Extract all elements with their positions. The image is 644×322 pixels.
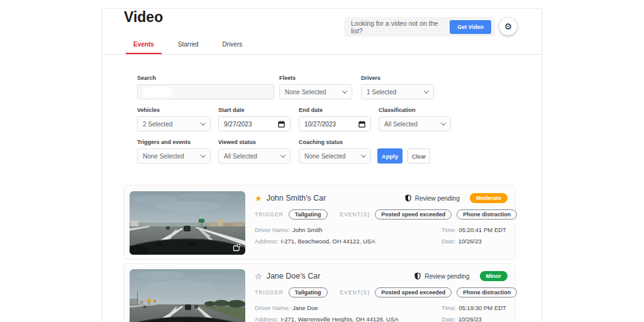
viewed-status-select[interactable]: All Selected: [218, 148, 291, 164]
triggers-events-label: Triggers and events: [137, 139, 211, 145]
event-card-john-smith[interactable]: ★ John Smith's Car Review pending Modera…: [123, 185, 516, 260]
address-label: Address:: [255, 238, 279, 245]
trigger-label: TRIGGER: [255, 289, 284, 296]
triggers-events-value: None Selected: [143, 153, 201, 160]
trigger-pill: Tailgating: [289, 287, 328, 297]
star-icon[interactable]: ☆: [255, 272, 262, 280]
redacted-search-value: [143, 87, 173, 97]
review-status: Review pending: [415, 195, 460, 202]
filter-row-3: Triggers and events None Selected Viewed…: [137, 139, 541, 164]
details-right: Time:05:19:30 PM EDT Date:10/26/23: [441, 304, 508, 322]
drivers-label: Drivers: [361, 75, 434, 81]
vehicles-label: Vehicles: [137, 107, 211, 113]
date-label: Date:: [441, 316, 456, 322]
chevron-down-icon: [441, 120, 446, 125]
driver-name-label: Driver Name:: [255, 226, 290, 233]
filter-viewed-status: Viewed status All Selected: [218, 139, 291, 164]
drivers-value: 1 Selected: [367, 89, 425, 96]
tags-row: TRIGGER Tailgating EVENT(S) Posted speed…: [255, 287, 508, 297]
fleets-label: Fleets: [279, 75, 352, 81]
end-date-label: End date: [299, 107, 371, 113]
filters-panel: Search Fleets None Selected Drivers 1 Se…: [103, 55, 541, 164]
start-date-label: Start date: [218, 107, 291, 113]
banner-text: Looking for a video not on the list?: [351, 19, 450, 35]
driver-name-value: Jane Doe: [292, 304, 318, 311]
fleets-select[interactable]: None Selected: [279, 84, 352, 99]
review-status: Review pending: [425, 273, 469, 280]
details-left: Driver Name:John Smith Address:I-271, Be…: [255, 226, 441, 249]
event-pill: Phone distraction: [457, 287, 517, 297]
event-pill: Posted speed exceeded: [375, 287, 452, 297]
classification-select[interactable]: All Selected: [379, 116, 451, 131]
star-icon[interactable]: ★: [255, 194, 262, 203]
event-pill: Phone distraction: [457, 209, 517, 219]
triggers-events-select[interactable]: None Selected: [137, 148, 211, 164]
chevron-down-icon: [280, 152, 286, 157]
date-value: 10/26/23: [458, 316, 482, 322]
filter-end-date: End date 10/27/2023: [299, 107, 371, 131]
get-video-banner: Looking for a video not on the list? Get…: [344, 17, 495, 36]
details-right: Time:05:20:41 PM EDT Date:10/26/23: [441, 226, 508, 249]
start-date-input[interactable]: 9/27/2023: [218, 116, 291, 131]
address-label: Address:: [255, 316, 279, 322]
event-list: ★ John Smith's Car Review pending Modera…: [103, 185, 541, 322]
end-date-input[interactable]: 10/27/2023: [299, 116, 371, 131]
events-label: EVENT(S): [340, 289, 370, 296]
filter-row-2: Vehicles 2 Selected Start date 9/27/2023…: [137, 107, 541, 131]
time-label: Time:: [441, 226, 456, 233]
page-column: Video Looking for a video not on the lis…: [103, 9, 541, 322]
classification-label: Classification: [379, 107, 451, 113]
severity-badge: Moderate: [470, 193, 508, 203]
event-thumbnail[interactable]: [130, 269, 245, 322]
details-left: Driver Name:Jane Doe Address:I-271, Warr…: [255, 304, 441, 322]
event-card-header: ☆ Jane Doe's Car Review pending Minor: [255, 271, 508, 281]
vehicles-select[interactable]: 2 Selected: [137, 116, 211, 131]
address-value: I-271, Beachwood, OH 44122, USA: [281, 238, 375, 245]
tab-events[interactable]: Events: [126, 37, 162, 54]
dashcam-frame: [130, 191, 245, 255]
date-label: Date:: [441, 238, 456, 245]
calendar-icon: [358, 121, 365, 128]
event-card-jane-doe[interactable]: ☆ Jane Doe's Car Review pending Minor TR…: [123, 263, 516, 322]
apply-button[interactable]: Apply: [377, 148, 402, 164]
event-card-header: ★ John Smith's Car Review pending Modera…: [255, 193, 508, 203]
severity-badge: Minor: [480, 271, 508, 281]
gear-icon[interactable]: ⚙: [499, 18, 517, 35]
details-row: Driver Name:Jane Doe Address:I-271, Warr…: [255, 304, 508, 322]
filter-fleets: Fleets None Selected: [279, 75, 352, 99]
filter-drivers: Drivers 1 Selected: [361, 75, 434, 99]
event-title: Jane Doe's Car: [267, 272, 321, 280]
chevron-down-icon: [361, 152, 366, 157]
driver-name-label: Driver Name:: [255, 304, 290, 311]
filter-classification: Classification All Selected: [379, 107, 451, 131]
tabs-row: Events Starred Drivers: [103, 37, 541, 55]
clear-button[interactable]: Clear: [408, 148, 430, 164]
tab-starred[interactable]: Starred: [170, 37, 206, 54]
address-value: I-271, Warrensville Heights, OH 44128, U…: [281, 316, 399, 322]
filter-row-1: Search Fleets None Selected Drivers 1 Se…: [137, 75, 541, 99]
date-value: 10/26/23: [458, 238, 482, 245]
filter-vehicles: Vehicles 2 Selected: [137, 107, 211, 131]
calendar-icon: [278, 121, 285, 128]
viewed-status-value: All Selected: [224, 153, 281, 160]
shield-icon: [414, 272, 421, 280]
chevron-down-icon: [342, 88, 347, 93]
end-date-value: 10/27/2023: [304, 121, 358, 128]
coaching-status-select[interactable]: None Selected: [299, 148, 371, 164]
search-label: Search: [137, 75, 274, 81]
dashcam-frame: [130, 269, 245, 322]
events-label: EVENT(S): [340, 211, 370, 218]
coaching-status-label: Coaching status: [299, 139, 371, 145]
event-thumbnail[interactable]: [130, 191, 245, 255]
chevron-down-icon: [201, 152, 206, 157]
details-row: Driver Name:John Smith Address:I-271, Be…: [255, 226, 508, 249]
trigger-label: TRIGGER: [255, 211, 284, 218]
search-input[interactable]: [137, 84, 274, 99]
classification-value: All Selected: [384, 121, 441, 128]
get-video-button[interactable]: Get Video: [450, 20, 491, 34]
start-date-value: 9/27/2023: [224, 121, 278, 128]
tab-drivers[interactable]: Drivers: [215, 37, 250, 54]
event-card-body: ★ John Smith's Car Review pending Modera…: [255, 191, 508, 253]
chevron-down-icon: [201, 120, 206, 125]
drivers-select[interactable]: 1 Selected: [361, 84, 434, 99]
